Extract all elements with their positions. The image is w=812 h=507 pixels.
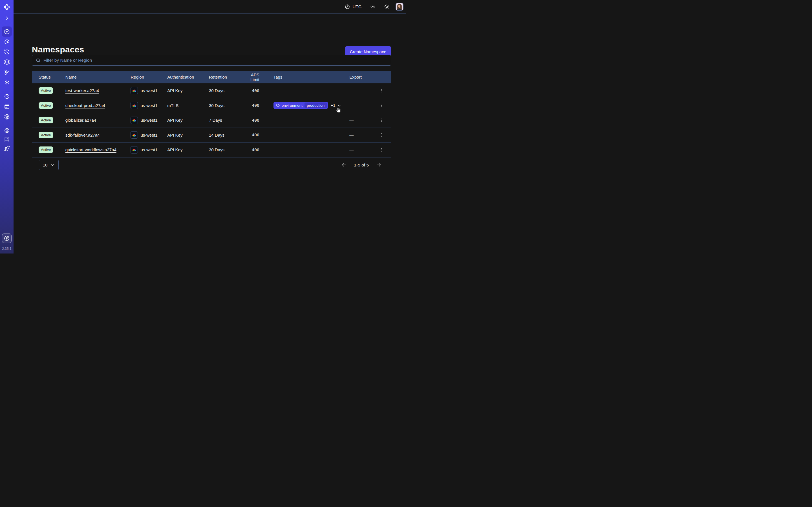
sidebar-expand-chevron-right-icon[interactable] <box>3 15 10 21</box>
sidebar-item-workflows[interactable] <box>2 37 12 47</box>
sidebar-item-batch-operations[interactable] <box>2 67 12 77</box>
chevron-down-icon <box>50 163 55 167</box>
table-row[interactable]: Active quickstart-workflows.a27a4 us- <box>32 142 391 157</box>
table-row[interactable]: Active globalizer.a27a4 us-west1 <box>32 113 391 128</box>
sidebar-item-support[interactable] <box>2 126 12 135</box>
column-header-aps-limit: APS Limit <box>242 72 273 82</box>
tag-key: environment <box>282 103 303 108</box>
sun-icon <box>384 4 390 10</box>
kebab-menu-icon <box>379 103 384 108</box>
book-sparkles-icon <box>4 136 10 143</box>
row-actions-kebab-button[interactable] <box>378 102 386 109</box>
previous-page-button[interactable] <box>340 161 348 169</box>
sidebar-item-schedules[interactable] <box>2 47 12 57</box>
namespace-link[interactable]: quickstart-workflows.a27a4 <box>65 147 116 152</box>
temporal-logo-icon[interactable] <box>3 3 11 11</box>
region-label: us-west1 <box>140 88 157 93</box>
pricing-dollar-badge-icon[interactable] <box>2 233 11 243</box>
search-input[interactable] <box>43 58 388 63</box>
glasses-icon <box>370 4 376 10</box>
sidebar-item-deployments[interactable] <box>2 57 12 67</box>
column-header-tags: Tags <box>273 75 350 79</box>
status-badge: Active <box>39 147 53 153</box>
theme-toggle-button[interactable] <box>383 3 391 11</box>
namespace-link[interactable]: checkout-prod.a27a4 <box>65 103 105 108</box>
region-label: us-west1 <box>140 118 157 122</box>
gcp-cloud-icon <box>131 146 138 154</box>
namespace-link[interactable]: globalizer.a27a4 <box>65 118 96 122</box>
tags-cell-content: environment production +1 <box>273 102 350 109</box>
gear-icon <box>4 114 10 120</box>
authentication-cell: API Key <box>167 147 209 152</box>
kebab-menu-icon <box>379 147 384 152</box>
pagination-range-label: 1-5 of 5 <box>354 163 369 168</box>
app-version: 2.35.1 <box>2 247 11 251</box>
sidebar-item-settings[interactable] <box>2 112 12 122</box>
row-actions-kebab-button[interactable] <box>378 146 386 154</box>
authentication-cell: mTLS <box>167 103 209 108</box>
status-badge: Active <box>39 117 53 123</box>
main-area: Namespaces 5 Namespaces created (100 lim… <box>13 13 406 253</box>
tag-more-count: +1 <box>331 103 336 108</box>
user-avatar[interactable] <box>396 3 403 11</box>
cube-icon <box>4 29 10 35</box>
gauge-icon <box>4 94 10 100</box>
authentication-cell: API Key <box>167 133 209 137</box>
table-row[interactable]: Active sdk-failover.a27a4 us-west1 <box>32 128 391 143</box>
layers-icon <box>4 59 10 65</box>
sidebar-nav-account <box>2 91 12 122</box>
sidebar: 2.35.1 <box>0 0 13 253</box>
timezone-label: UTC <box>352 4 361 9</box>
sidebar-item-namespaces[interactable] <box>2 26 12 37</box>
sidebar-item-get-started[interactable] <box>2 144 12 153</box>
sidebar-item-nexus[interactable] <box>2 77 12 87</box>
tag-chip[interactable]: environment production <box>273 102 328 109</box>
kebab-menu-icon <box>379 118 384 123</box>
row-actions-kebab-button[interactable] <box>378 117 386 124</box>
lifebuoy-icon <box>4 128 10 133</box>
clock-icon <box>345 4 350 10</box>
timezone-selector[interactable]: UTC <box>345 4 361 10</box>
gcp-cloud-icon <box>131 102 138 109</box>
column-header-region: Region <box>131 75 167 79</box>
region-label: us-west1 <box>140 133 157 137</box>
authentication-cell: API Key <box>167 88 209 93</box>
tags-expand-chevron-down-icon[interactable] <box>337 103 342 108</box>
region-label: us-west1 <box>140 103 157 108</box>
row-actions-kebab-button[interactable] <box>378 87 386 94</box>
namespaces-table: Status Name Region Authentication Retent… <box>32 71 391 173</box>
export-cell: — <box>349 88 373 93</box>
retention-cell: 30 Days <box>209 147 242 152</box>
namespace-link[interactable]: test-worker.a27a4 <box>65 88 99 93</box>
app-root: { "topbar": { "timezone": "UTC" }, "page… <box>0 0 406 253</box>
gcp-cloud-icon <box>131 131 138 138</box>
readability-glasses-button[interactable] <box>369 3 377 11</box>
page-title: Namespaces <box>32 45 87 54</box>
filter-search-field[interactable] <box>32 55 391 66</box>
sidebar-item-billing[interactable] <box>2 101 12 112</box>
tag-icon <box>276 104 280 107</box>
export-cell: — <box>349 133 373 137</box>
column-header-authentication: Authentication <box>167 75 209 79</box>
table-row[interactable]: Active test-worker.a27a4 us-west1 <box>32 83 391 98</box>
namespace-link[interactable]: sdk-failover.a27a4 <box>65 133 100 137</box>
page-size-value: 10 <box>43 163 48 167</box>
table-footer: 10 1-5 of 5 <box>32 157 391 173</box>
gcp-cloud-icon <box>131 117 138 124</box>
table-row[interactable]: Active checkout-prod.a27a4 us-west1 <box>32 98 391 113</box>
sidebar-item-usage[interactable] <box>2 91 12 101</box>
status-badge: Active <box>39 102 53 109</box>
rocket-icon <box>4 146 10 152</box>
next-page-button[interactable] <box>375 161 382 169</box>
row-actions-kebab-button[interactable] <box>378 131 386 138</box>
status-badge: Active <box>39 132 53 138</box>
page-size-select[interactable]: 10 <box>39 160 59 170</box>
kebab-menu-icon <box>379 88 384 93</box>
sidebar-divider <box>0 124 13 124</box>
sidebar-item-docs[interactable] <box>2 135 12 144</box>
tag-value: production <box>305 103 327 108</box>
aps-limit-cell: 400 <box>242 148 273 152</box>
authentication-cell: API Key <box>167 118 209 122</box>
column-header-export: Export <box>349 75 373 79</box>
asterisk-icon <box>4 79 10 86</box>
